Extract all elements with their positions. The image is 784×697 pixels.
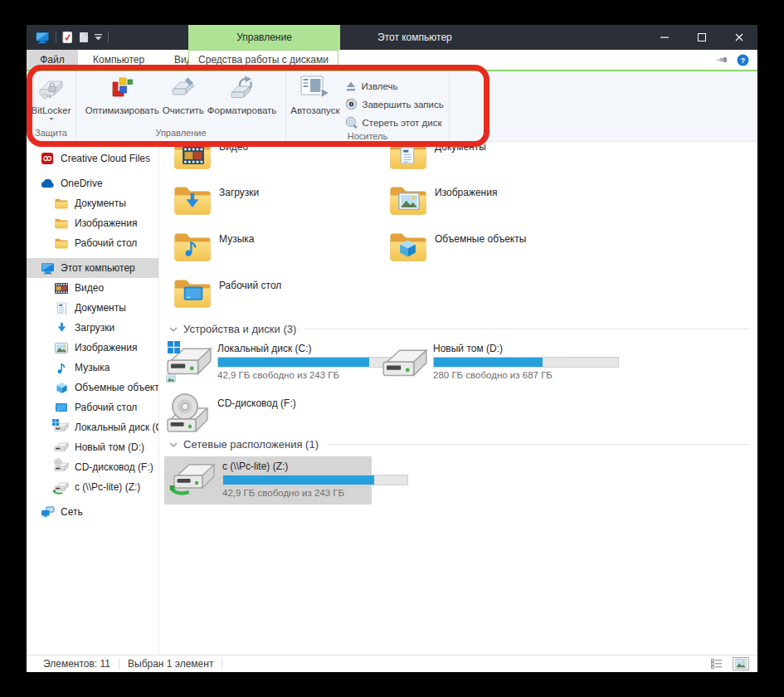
network-drive-tile-z[interactable]: c (\\Pc-lite) (Z:) 42,9 ГБ свободно из 2…: [164, 456, 372, 504]
cd-icon: [171, 392, 199, 421]
cleanup-button[interactable]: Очистить: [161, 76, 206, 128]
windows-flag-icon: [52, 419, 59, 426]
large-icons-view-button[interactable]: [733, 657, 749, 670]
videos-icon: [54, 281, 69, 295]
capacity-bar: [217, 357, 403, 368]
videos-icon: [183, 147, 204, 164]
svg-text:?: ?: [741, 56, 746, 65]
sidebar-item-label: Документы: [75, 302, 126, 314]
cd-drive-icon: [54, 461, 69, 474]
pin-ribbon-icon[interactable]: [717, 56, 728, 64]
free-space-text: 42,9 ГБ свободно из 243 ГБ: [217, 370, 403, 380]
drive-tile-d[interactable]: Новый том (D:) 280 ГБ свободно из 687 ГБ: [382, 343, 619, 383]
sidebar-item-new-volume-d[interactable]: Новый том (D:): [27, 437, 158, 457]
maximize-button[interactable]: [683, 25, 720, 50]
format-label: Форматировать: [207, 105, 276, 115]
finish-burning-button[interactable]: Завершить запись: [343, 95, 446, 113]
sidebar-item-label: Изображения: [75, 342, 137, 353]
onedrive-cloud-icon: [40, 177, 55, 190]
help-icon[interactable]: ?: [737, 54, 749, 66]
ribbon-tab-bar: Файл Компьютер Вид Средства работы с дис…: [27, 50, 757, 70]
ribbon-group-label-media: Носитель: [286, 131, 449, 141]
sidebar-item-label: Объемные объекты: [75, 382, 158, 393]
close-button[interactable]: [720, 25, 757, 50]
this-pc-icon[interactable]: [35, 32, 50, 44]
bitlocker-dropdown-arrow-icon[interactable]: [49, 118, 54, 123]
creative-cloud-icon: [40, 152, 55, 165]
tab-computer[interactable]: Компьютер: [78, 54, 159, 66]
sidebar-item-music[interactable]: Музыка: [27, 358, 158, 378]
autoplay-button[interactable]: Автозапуск: [289, 76, 341, 131]
folder-tile-3d-objects[interactable]: Объемные объекты: [389, 232, 597, 263]
minimize-button[interactable]: [645, 25, 683, 50]
tab-drive-tools[interactable]: Средства работы с дисками: [188, 50, 338, 69]
ribbon-group-media: Автозапуск Извлечь: [286, 71, 450, 141]
collapse-chevron-icon[interactable]: [169, 327, 178, 332]
cd-drive-icon: [166, 396, 212, 436]
folder-tile-documents[interactable]: Документы: [389, 142, 597, 171]
sidebar-item-onedrive-documents[interactable]: Документы: [27, 193, 158, 213]
section-header-label: Сетевые расположения (1): [183, 438, 319, 451]
properties-check-icon[interactable]: [62, 32, 73, 43]
downloads-icon: [54, 321, 69, 334]
pictures-icon: [398, 193, 420, 210]
details-view-icon[interactable]: [711, 659, 723, 669]
drive-tile-cd[interactable]: CD-дисковод (F:): [166, 396, 296, 436]
large-icons-view-icon: [734, 659, 747, 669]
pictures-icon: [54, 341, 69, 354]
drive-tile-c[interactable]: Локальный диск (C:) 42,9 ГБ свободно из …: [166, 343, 403, 383]
music-icon: [183, 239, 201, 257]
sidebar-item-label: Сеть: [61, 506, 83, 518]
folder-tile-desktop[interactable]: Рабочий стол: [173, 278, 381, 310]
sidebar-item-label: Этот компьютер: [61, 262, 135, 274]
sidebar-item-pictures[interactable]: Изображения: [27, 338, 158, 358]
sidebar-item-network[interactable]: Сеть: [27, 502, 158, 522]
sidebar-item-local-disk-c[interactable]: Локальный диск (C:): [27, 417, 158, 437]
sidebar-item-documents[interactable]: Документы: [27, 298, 158, 318]
folder-icon: [54, 217, 69, 230]
explorer-window: Управление Этот компьютер Файл Компьютер…: [27, 25, 757, 672]
folder-tile-downloads[interactable]: Загрузки: [173, 185, 381, 217]
ribbon: BitLocker Защита Оптим: [27, 71, 757, 142]
sidebar-item-onedrive-pictures[interactable]: Изображения: [27, 213, 158, 233]
documents-icon: [54, 301, 69, 314]
quick-access-toolbar: [27, 32, 109, 44]
sidebar-item-network-drive-z[interactable]: c (\\Pc-lite) (Z:): [27, 477, 158, 497]
collapse-chevron-icon[interactable]: [169, 442, 178, 447]
sidebar-item-cd-drive-f[interactable]: CD-дисковод (F:): [27, 457, 158, 477]
eject-button[interactable]: Извлечь: [343, 77, 446, 95]
folder-tile-label: Видео: [219, 142, 248, 171]
window-controls: [645, 25, 757, 50]
section-header-devices[interactable]: Устройства и диски (3): [169, 323, 749, 335]
file-menu-button[interactable]: Файл: [27, 50, 78, 70]
sidebar-item-label: OneDrive: [61, 178, 103, 189]
sidebar-item-creative-cloud-files[interactable]: Creative Cloud Files: [27, 149, 158, 168]
drive-name: c (\\Pc-lite) (Z:): [222, 461, 408, 472]
customize-toolbar-arrow-icon[interactable]: [95, 34, 102, 41]
optimize-label: Оптимизировать: [85, 105, 159, 115]
sidebar-item-label: Рабочий стол: [75, 402, 137, 413]
bitlocker-button[interactable]: BitLocker: [30, 76, 73, 128]
drive-icon: [54, 441, 69, 454]
sidebar-item-this-pc[interactable]: Этот компьютер: [27, 258, 158, 278]
format-icon: [229, 76, 256, 105]
folder-tile-videos[interactable]: Видео: [173, 142, 381, 171]
contextual-tab-manage[interactable]: Управление: [188, 25, 340, 50]
section-header-network-locations[interactable]: Сетевые расположения (1): [169, 438, 749, 451]
finish-burning-label: Завершить запись: [362, 100, 443, 110]
sidebar-item-onedrive[interactable]: OneDrive: [27, 173, 158, 193]
optimize-button[interactable]: Оптимизировать: [84, 76, 161, 128]
sidebar-item-label: Видео: [75, 282, 104, 294]
sidebar-item-downloads[interactable]: Загрузки: [27, 318, 158, 338]
folder-tile-label: Документы: [435, 142, 486, 171]
erase-disc-button[interactable]: Стереть этот диск: [343, 114, 446, 131]
sidebar-item-videos[interactable]: Видео: [27, 278, 158, 298]
format-button[interactable]: Форматировать: [206, 76, 278, 128]
sidebar-item-desktop[interactable]: Рабочий стол: [27, 397, 158, 417]
sidebar-item-onedrive-desktop[interactable]: Рабочий стол: [27, 233, 158, 253]
sidebar-item-3d-objects[interactable]: Объемные объекты: [27, 378, 158, 397]
folder-tile-pictures[interactable]: Изображения: [389, 185, 597, 217]
folder-tile-music[interactable]: Музыка: [173, 232, 381, 263]
sidebar-item-label: Creative Cloud Files: [61, 153, 150, 164]
new-item-icon[interactable]: [79, 32, 89, 43]
